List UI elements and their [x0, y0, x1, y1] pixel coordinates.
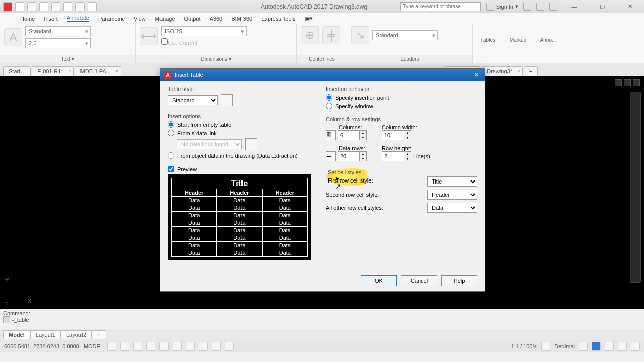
centerline-icon[interactable]: ╪	[322, 26, 340, 44]
panel-text-label[interactable]: Text ▾	[0, 55, 135, 63]
qat-redo[interactable]	[75, 2, 85, 11]
qat-new[interactable]	[15, 2, 24, 11]
snap-toggle[interactable]	[120, 342, 129, 351]
preview-checkbox[interactable]	[168, 166, 174, 172]
tab-insert[interactable]: Insert	[44, 16, 58, 22]
viewport-min-icon[interactable]	[615, 79, 622, 86]
layout-add[interactable]: +	[92, 330, 106, 339]
close-icon[interactable]: ×	[116, 68, 119, 74]
qat-undo[interactable]	[63, 2, 72, 11]
help-button[interactable]: Help	[441, 275, 477, 286]
dialog-close-button[interactable]: ✕	[471, 72, 481, 78]
row-height-spinner[interactable]: ▲▼	[404, 151, 411, 161]
datalink-manager-button[interactable]	[245, 138, 257, 150]
tab-overflow-icon[interactable]: ▣▾	[305, 15, 313, 22]
from-datalink-radio[interactable]	[168, 130, 174, 136]
panel-leaders-label[interactable]: Leaders	[347, 55, 472, 63]
a360-icon[interactable]	[536, 3, 544, 11]
panel-dim-label[interactable]: Dimensions ▾	[136, 55, 296, 63]
cancel-button[interactable]: Cancel	[401, 275, 437, 286]
panel-anno[interactable]: Anno...	[533, 24, 564, 63]
other-rows-select[interactable]: Data	[427, 203, 477, 213]
status-space[interactable]: MODEL	[84, 343, 103, 349]
sign-in[interactable]: Sign In ▾	[486, 3, 518, 11]
qat-plot[interactable]	[88, 2, 97, 11]
minimize-button[interactable]: —	[562, 0, 586, 13]
viewport-max-icon[interactable]	[624, 79, 631, 86]
otrack-toggle[interactable]	[173, 342, 182, 351]
columns-spinner[interactable]: ▲▼	[360, 130, 367, 140]
close-icon[interactable]: ×	[68, 68, 71, 74]
navigation-bar[interactable]	[630, 92, 641, 283]
leader-style-combo[interactable]: Standard	[372, 30, 438, 40]
clean-screen-icon[interactable]	[631, 342, 640, 351]
status-scale[interactable]: 1:1 / 100%	[511, 343, 538, 349]
dim-style-combo[interactable]: ISO-25	[161, 26, 247, 36]
tab-parametric[interactable]: Parametric	[98, 16, 125, 22]
col-width-spinner[interactable]: ▲▼	[404, 130, 411, 140]
new-tab-button[interactable]: +	[524, 66, 538, 76]
tab-express[interactable]: Express Tools	[261, 16, 295, 22]
gear-icon[interactable]	[541, 342, 550, 351]
tab-manage[interactable]: Manage	[155, 16, 175, 22]
doctab-mdb1[interactable]: MDB-1 PA...×	[75, 66, 121, 76]
dimension-icon[interactable]: ⟷	[140, 27, 158, 45]
tab-view[interactable]: View	[134, 16, 146, 22]
status-units[interactable]: Decimal	[554, 343, 575, 349]
from-extraction-radio[interactable]	[168, 152, 174, 159]
workspace-icon[interactable]	[618, 342, 627, 351]
app-menu-button[interactable]	[3, 2, 12, 11]
maximize-button[interactable]: ▢	[591, 0, 614, 13]
qat-save[interactable]	[39, 2, 48, 11]
second-row-select[interactable]: Header	[427, 190, 477, 200]
layout-2[interactable]: Layout2	[61, 330, 92, 339]
start-empty-radio[interactable]	[168, 121, 174, 128]
columns-input[interactable]	[338, 130, 360, 140]
doctab-e001[interactable]: E-001-R1*×	[32, 66, 73, 76]
use-current-checkbox[interactable]	[161, 38, 168, 45]
qat-open[interactable]	[27, 2, 36, 11]
row-height-input[interactable]	[382, 151, 404, 161]
osnap-toggle[interactable]	[159, 342, 169, 351]
multileader-icon[interactable]: ↘	[351, 26, 369, 44]
specify-point-radio[interactable]	[326, 94, 332, 101]
tab-a360[interactable]: A360	[210, 16, 223, 22]
tab-home[interactable]: Home	[20, 16, 35, 22]
panel-markup[interactable]: Markup	[503, 24, 533, 63]
panel-tables[interactable]: Tables	[473, 24, 503, 63]
annotation-monitor[interactable]	[225, 342, 234, 351]
tab-output[interactable]: Output	[184, 16, 201, 22]
status-btn-a[interactable]	[579, 342, 588, 351]
col-width-input[interactable]	[382, 130, 404, 140]
text-height-combo[interactable]: 2.5	[25, 38, 91, 48]
ok-button[interactable]: OK	[361, 275, 397, 286]
polar-toggle[interactable]	[146, 342, 155, 351]
data-rows-spinner[interactable]: ▲▼	[360, 151, 367, 161]
selection-cycling[interactable]	[212, 342, 221, 351]
help-search-input[interactable]	[400, 2, 481, 11]
center-mark-icon[interactable]: ⊕	[301, 26, 319, 44]
exchange-icon[interactable]	[523, 3, 531, 11]
help-icon[interactable]	[549, 3, 557, 11]
status-btn-c[interactable]	[605, 342, 614, 351]
ortho-toggle[interactable]	[133, 342, 142, 351]
status-btn-b[interactable]	[592, 342, 601, 351]
doctab-start[interactable]: Start	[3, 66, 31, 76]
first-row-select[interactable]: Title	[427, 176, 477, 187]
multiline-text-icon[interactable]: A	[4, 28, 22, 46]
layout-1[interactable]: Layout1	[30, 330, 61, 339]
close-icon[interactable]: ×	[517, 68, 520, 74]
layout-model[interactable]: Model	[3, 330, 30, 339]
qat-saveas[interactable]	[51, 2, 60, 11]
text-style-combo[interactable]: Standard	[25, 26, 91, 36]
transparency-toggle[interactable]	[199, 342, 208, 351]
specify-window-radio[interactable]	[326, 103, 332, 109]
data-rows-input[interactable]	[338, 151, 360, 161]
lweight-toggle[interactable]	[186, 342, 195, 351]
table-style-launcher-button[interactable]	[221, 94, 233, 106]
doctab-drawing3[interactable]: Drawing3*×	[481, 66, 523, 76]
close-button[interactable]: ✕	[619, 0, 642, 13]
viewport-close-icon[interactable]	[633, 79, 640, 86]
tab-annotate[interactable]: Annotate	[67, 15, 89, 22]
tab-bim360[interactable]: BIM 360	[231, 16, 252, 22]
